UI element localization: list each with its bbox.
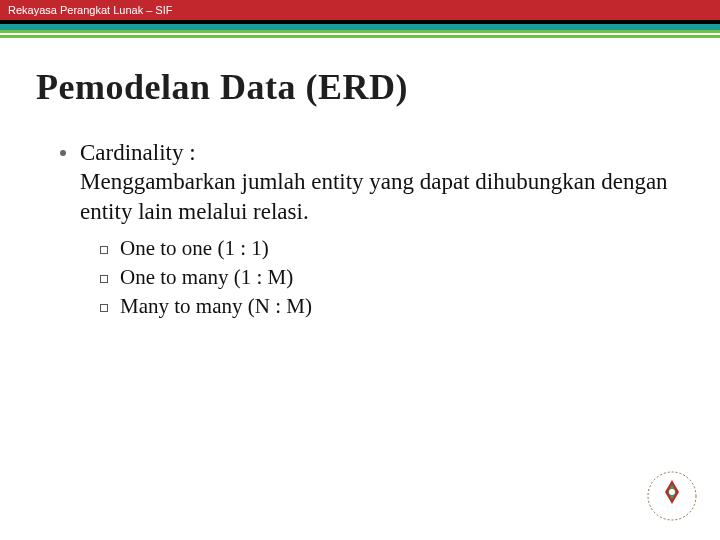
bullet-body: Menggambarkan jumlah entity yang dapat d… xyxy=(80,169,668,223)
sub-item-text: One to one (1 : 1) xyxy=(120,236,269,261)
bullet-heading: Cardinality : xyxy=(80,140,196,165)
main-bullet: Cardinality : Menggambarkan jumlah entit… xyxy=(60,138,670,226)
square-bullet-icon xyxy=(100,304,108,312)
content-area: Cardinality : Menggambarkan jumlah entit… xyxy=(60,138,670,319)
bullet-dot-icon xyxy=(60,150,66,156)
square-bullet-icon xyxy=(100,246,108,254)
university-logo xyxy=(646,470,698,522)
svg-point-1 xyxy=(669,489,675,495)
accent-strip xyxy=(0,20,720,38)
list-item: One to one (1 : 1) xyxy=(100,236,670,261)
list-item: One to many (1 : M) xyxy=(100,265,670,290)
header-bar: Rekayasa Perangkat Lunak – SIF xyxy=(0,0,720,20)
list-item: Many to many (N : M) xyxy=(100,294,670,319)
sub-item-text: Many to many (N : M) xyxy=(120,294,312,319)
bullet-text: Cardinality : Menggambarkan jumlah entit… xyxy=(80,138,670,226)
sub-item-text: One to many (1 : M) xyxy=(120,265,293,290)
header-course-text: Rekayasa Perangkat Lunak – SIF xyxy=(8,4,172,16)
slide-title: Pemodelan Data (ERD) xyxy=(36,66,720,108)
square-bullet-icon xyxy=(100,275,108,283)
sub-list: One to one (1 : 1) One to many (1 : M) M… xyxy=(100,236,670,319)
